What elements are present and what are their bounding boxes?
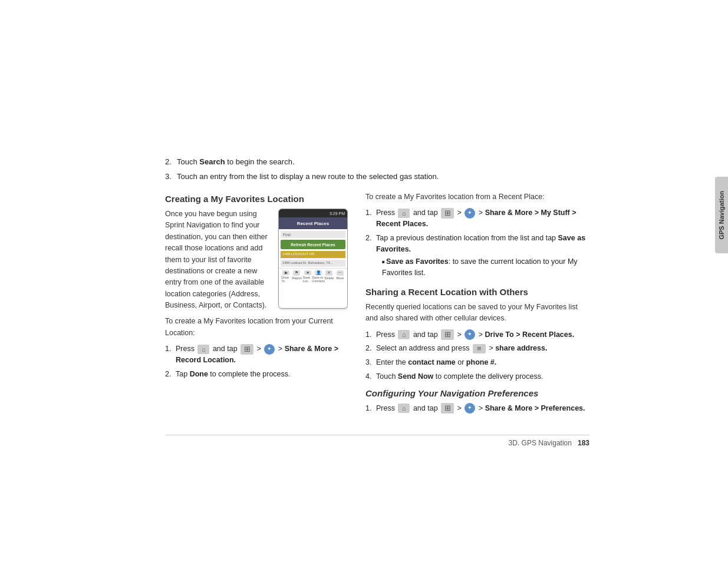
press-label-1: Press [176, 345, 196, 353]
home-icon-1 [197, 345, 209, 354]
page-container: GPS Navigation 2. Touch Search to begin … [0, 0, 728, 562]
recent-step-2: 2. Tap a previous destination location f… [365, 233, 589, 279]
sharing-step-2: 2. Select an address and press > share a… [365, 343, 589, 354]
sharing-step-4: 4. Touch Send Now to complete the delive… [365, 371, 589, 382]
side-tab-label: GPS Navigation [718, 191, 725, 240]
creating-sublabel: To create a My Favorites location from y… [165, 316, 348, 339]
recent-steps: 1. Press and tap > > Share & More > My S… [365, 207, 589, 279]
phone-screenshot: 3:29 PM Recent Places Find: Refresh Rece… [278, 209, 348, 309]
sharing-heading: Sharing a Recent Location with Others [365, 287, 589, 297]
side-tab: GPS Navigation [715, 177, 728, 253]
home-icon-4 [398, 404, 410, 413]
share-icon-3 [465, 329, 475, 340]
share-icon-1 [264, 344, 275, 355]
sharing-step-3: 3. Enter the contact name or phone #. [365, 357, 589, 368]
left-column: Creating a My Favorites Location 3:29 PM… [165, 191, 348, 416]
footer-label: 3D. GPS Navigation [509, 439, 572, 447]
configuring-step-1: 1. Press and tap > > Share & More > Pref… [365, 403, 589, 414]
sharing-body: Recently queried locations can be saved … [365, 302, 589, 325]
phone-bottom-icons: ▶ Drive To ⚑ Report ★ Save Loc. [279, 268, 347, 282]
phone-icon-savecontacts: 👤 Save to Contacts [314, 270, 323, 280]
right-column: To create a My Favorites location from a… [365, 191, 589, 416]
grid-icon-3 [441, 329, 454, 340]
phone-list-item-2: 1489 Lookout Dr, Richardson, TX... [281, 260, 345, 267]
content-area: 2. Touch Search to begin the search. 3. … [165, 156, 589, 416]
bullet-save-favorites: Save as Favorites: to save the current l… [382, 256, 589, 279]
recent-step-1: 1. Press and tap > > Share & More > My S… [365, 207, 589, 230]
phone-icon-driveto: ▶ Drive To [281, 270, 291, 280]
page-footer: 3D. GPS Navigation 183 [165, 435, 589, 447]
intro-step-2: 2. Touch Search to begin the search. [165, 156, 589, 168]
phone-icon-report: ⚑ Report [292, 270, 301, 280]
phone-list-item-1: 1489 LOOKOUT DR [281, 251, 345, 259]
menu-icon-1 [473, 344, 486, 353]
configuring-steps: 1. Press and tap > > Share & More > Pref… [365, 403, 589, 414]
two-column-layout: Creating a My Favorites Location 3:29 PM… [165, 191, 589, 416]
home-icon-3 [398, 330, 410, 339]
sharing-step-1: 1. Press and tap > > Drive To > Recent P… [365, 329, 589, 340]
press-label-2: Press [376, 209, 395, 217]
configuring-heading: Configuring Your Navigation Preferences [365, 388, 589, 398]
creating-step-2: 2. Tap Done to complete the process. [165, 369, 348, 380]
grid-icon-2 [441, 208, 454, 219]
phone-icon-saveloc: ★ Save Loc. [303, 270, 312, 280]
grid-icon-4 [441, 403, 454, 414]
share-icon-4 [465, 403, 475, 414]
creating-step-1: 1. Press and tap > > Share & More > Reco… [165, 343, 348, 366]
home-icon-2 [398, 209, 410, 218]
phone-refresh-btn: Refresh Recent Places [281, 240, 345, 249]
creating-body-with-image: 3:29 PM Recent Places Find: Refresh Rece… [165, 209, 348, 316]
creating-heading: Creating a My Favorites Location [165, 194, 348, 204]
sharing-steps: 1. Press and tap > > Drive To > Recent P… [365, 329, 589, 382]
phone-search-bar: Find: [281, 231, 345, 238]
intro-steps: 2. Touch Search to begin the search. 3. … [165, 156, 589, 182]
share-icon-2 [465, 208, 475, 219]
intro-step-3: 3. Touch an entry from the list to displ… [165, 171, 589, 183]
phone-icon-delete: ✕ Delete [324, 270, 334, 280]
recent-place-label: To create a My Favorites location from a… [365, 191, 589, 203]
press-label-configuring: Press [376, 404, 397, 412]
phone-icon-more: ⋯ More [335, 270, 345, 280]
phone-header: Recent Places [279, 217, 347, 229]
creating-sub-steps: 1. Press and tap > > Share & More > Reco… [165, 343, 348, 379]
grid-icon-1 [241, 344, 253, 355]
footer-page-number: 183 [578, 439, 589, 447]
phone-status-bar: 3:29 PM [279, 209, 347, 217]
